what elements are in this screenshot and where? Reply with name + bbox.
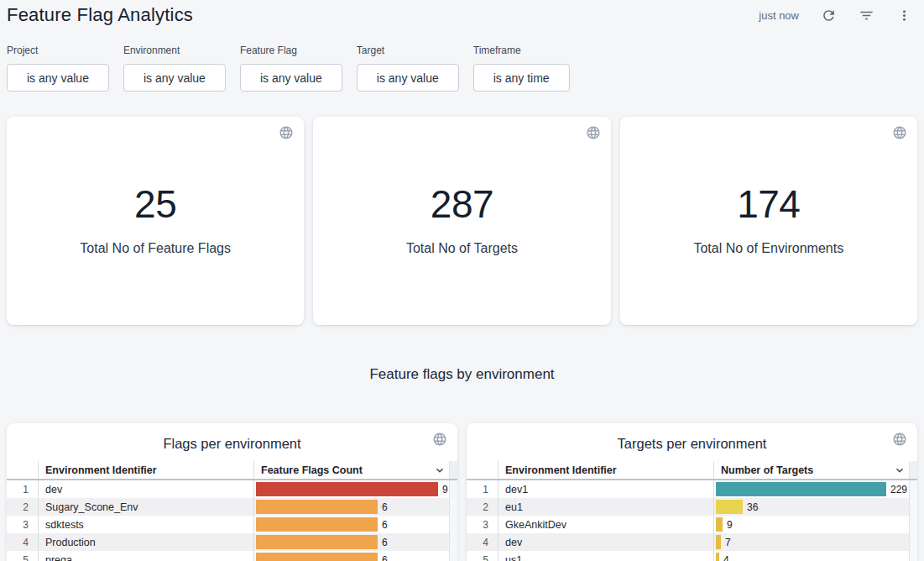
bar-cell[interactable]: 9 <box>253 480 449 498</box>
value-bar <box>716 482 886 496</box>
filter-label: Feature Flag <box>240 45 342 56</box>
environment-identifier-cell[interactable]: eu1 <box>498 498 713 516</box>
targets-table: Environment Identifier Number of Targets… <box>467 461 917 561</box>
filter-toggle-button[interactable] <box>859 8 874 24</box>
filter-environment-value-button[interactable]: is any value <box>123 64 226 92</box>
refresh-icon <box>821 8 837 24</box>
table-row: 2Sugary_Scone_Env6 <box>7 498 457 516</box>
environment-identifier-cell[interactable]: dev <box>38 480 253 498</box>
row-index: 4 <box>467 533 498 551</box>
row-index: 2 <box>7 498 38 516</box>
environment-identifier-cell[interactable]: prega <box>38 551 253 561</box>
filter-timeframe-value-button[interactable]: is any time <box>473 64 570 92</box>
environment-identifier-cell[interactable]: GkeAnkitDev <box>498 516 713 533</box>
stat-content: 174 Total No of Environments <box>693 181 843 256</box>
stat-content: 287 Total No of Targets <box>406 181 518 256</box>
table-row: 5prega6 <box>7 551 457 561</box>
bar-cell[interactable]: 6 <box>253 533 449 551</box>
bar-cell[interactable]: 9 <box>713 516 909 533</box>
bar-cell[interactable]: 7 <box>713 533 909 551</box>
stat-label: Total No of Environments <box>693 241 843 256</box>
scrollbar-track[interactable] <box>909 461 917 479</box>
filter-target-value-button[interactable]: is any value <box>357 64 459 92</box>
filter-project: Project is any value <box>7 45 109 92</box>
bar-cell[interactable]: 6 <box>253 551 449 561</box>
table-row: 4Production6 <box>7 533 457 551</box>
value-bar <box>256 482 438 496</box>
filter-environment: Environment is any value <box>123 45 226 92</box>
column-header-label: Feature Flags Count <box>261 464 363 476</box>
environment-identifier-cell[interactable]: dev1 <box>498 480 713 498</box>
column-header-feature-flags-count[interactable]: Feature Flags Count <box>253 461 449 479</box>
chevron-down-icon[interactable] <box>433 464 446 477</box>
bar-value-label: 6 <box>382 519 388 531</box>
filter-feature-flag-value-button[interactable]: is any value <box>240 64 342 92</box>
row-index: 3 <box>467 516 498 533</box>
bar-cell[interactable]: 6 <box>253 516 449 533</box>
table-row: 1dev1229 <box>467 480 917 498</box>
environment-identifier-cell[interactable]: Production <box>38 533 253 551</box>
column-header-number-of-targets[interactable]: Number of Targets <box>713 461 909 479</box>
filter-label: Environment <box>123 45 226 56</box>
flags-table: Environment Identifier Feature Flags Cou… <box>7 461 457 561</box>
column-header-environment-identifier[interactable]: Environment Identifier <box>498 461 713 479</box>
filter-label: Target <box>357 45 459 56</box>
table-row: 2eu136 <box>467 498 917 516</box>
scrollbar-track[interactable] <box>909 533 917 551</box>
bar-value-label: 9 <box>727 519 733 531</box>
stat-card-feature-flags: 25 Total No of Feature Flags <box>7 117 304 325</box>
section-title: Feature flags by environment <box>0 366 924 383</box>
flags-per-environment-card: Flags per environment Environment Identi… <box>7 423 457 561</box>
value-bar <box>716 517 723 532</box>
globe-icon <box>586 125 601 144</box>
value-bar <box>256 535 378 549</box>
environment-identifier-cell[interactable]: sdktests <box>38 516 253 533</box>
stat-card-targets: 287 Total No of Targets <box>313 117 610 325</box>
value-bar <box>716 553 719 561</box>
row-index: 2 <box>467 498 498 516</box>
environment-identifier-cell[interactable]: dev <box>498 533 713 551</box>
scrollbar-track[interactable] <box>909 480 917 498</box>
scrollbar-track[interactable] <box>449 516 457 533</box>
scrollbar-track[interactable] <box>909 498 917 516</box>
scrollbar-track[interactable] <box>449 480 457 498</box>
last-updated-text: just now <box>759 9 799 22</box>
scrollbar-track[interactable] <box>449 461 457 479</box>
table-body: 1dev12292eu1363GkeAnkitDev94dev75us14 <box>467 480 917 561</box>
filter-project-value-button[interactable]: is any value <box>7 64 109 92</box>
environment-identifier-cell[interactable]: Sugary_Scone_Env <box>38 498 253 516</box>
table-card-title: Targets per environment <box>467 433 917 454</box>
scrollbar-track[interactable] <box>909 551 917 561</box>
bar-cell[interactable]: 36 <box>713 498 909 516</box>
page-title: Feature Flag Analytics <box>7 4 193 26</box>
chevron-down-icon[interactable] <box>893 464 906 477</box>
environment-identifier-cell[interactable]: us1 <box>498 551 713 561</box>
table-row: 3GkeAnkitDev9 <box>467 516 917 533</box>
bar-cell[interactable]: 6 <box>253 498 449 516</box>
scrollbar-track[interactable] <box>449 498 457 516</box>
bar-cell[interactable]: 4 <box>713 551 909 561</box>
column-header-environment-identifier[interactable]: Environment Identifier <box>38 461 253 479</box>
row-index: 5 <box>7 551 38 561</box>
bar-value-label: 6 <box>382 501 388 513</box>
row-index: 1 <box>7 480 38 498</box>
filter-target: Target is any value <box>357 45 459 92</box>
filter-label: Project <box>7 45 109 56</box>
refresh-button[interactable] <box>821 8 837 24</box>
filter-feature-flag: Feature Flag is any value <box>240 45 342 92</box>
more-options-button[interactable] <box>896 8 912 24</box>
targets-per-environment-card: Targets per environment Environment Iden… <box>467 423 917 561</box>
stat-cards-row: 25 Total No of Feature Flags 287 Total N… <box>7 117 917 325</box>
scrollbar-track[interactable] <box>449 551 457 561</box>
value-bar <box>256 517 378 532</box>
table-row: 5us14 <box>467 551 917 561</box>
bar-value-label: 7 <box>725 537 731 548</box>
kebab-menu-icon <box>896 8 912 24</box>
scrollbar-track[interactable] <box>449 533 457 551</box>
table-card-title: Flags per environment <box>7 433 457 454</box>
bar-cell[interactable]: 229 <box>713 480 909 498</box>
filter-bar: Project is any value Environment is any … <box>0 45 924 92</box>
stat-label: Total No of Targets <box>406 241 518 256</box>
scrollbar-track[interactable] <box>909 516 917 533</box>
bar-value-label: 6 <box>382 537 388 548</box>
